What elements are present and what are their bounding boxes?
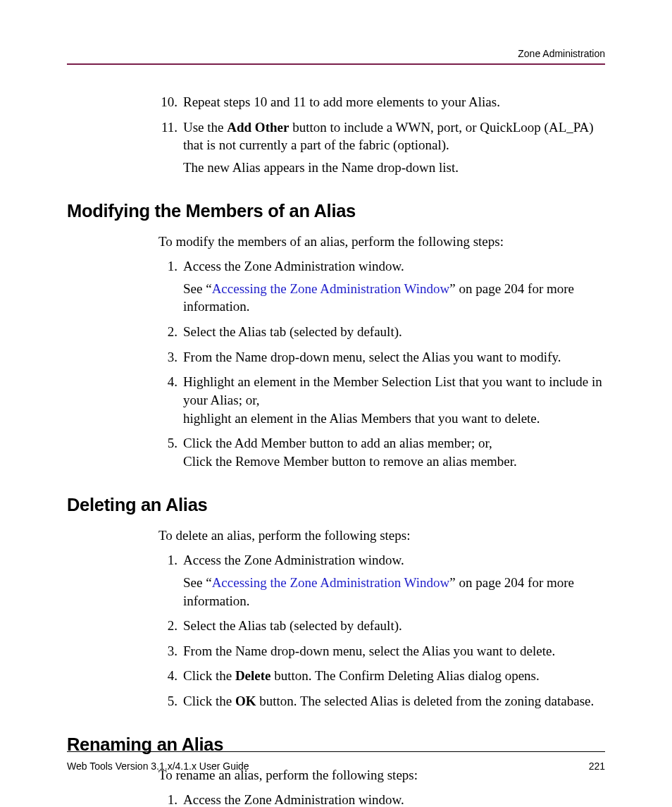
section1-list: 1. Access the Zone Administration window… <box>162 257 605 470</box>
list-item: 10. Repeat steps 10 and 11 to add more e… <box>162 93 605 111</box>
list-number: 1. <box>156 257 178 276</box>
list-text: From the Name drop-down menu, select the… <box>183 643 555 658</box>
footer-right: 221 <box>589 760 605 772</box>
top-ordered-list: 10. Repeat steps 10 and 11 to add more e… <box>162 93 605 177</box>
list-text: Access the Zone Administration window. <box>183 553 404 567</box>
list-text: Repeat steps 10 and 11 to add more eleme… <box>183 94 500 109</box>
list-item: 2. Select the Alias tab (selected by def… <box>162 617 605 635</box>
list-number: 2. <box>156 323 178 341</box>
bold-text: OK <box>235 694 256 708</box>
section-intro: To modify the members of an alias, perfo… <box>158 233 605 251</box>
list-number: 10. <box>149 93 178 111</box>
followup-text: See “Accessing the Zone Administration W… <box>183 574 605 610</box>
list-number: 1. <box>156 551 178 569</box>
list-item: 5. Click the Add Member button to add an… <box>162 434 605 470</box>
list-item: 1. Access the Zone Administration window… <box>162 257 605 316</box>
list-text: Access the Zone Administration window. <box>183 792 404 807</box>
list-number: 4. <box>156 667 178 685</box>
list-item: 5. Click the OK button. The selected Ali… <box>162 692 605 710</box>
list-number: 3. <box>156 642 178 660</box>
cross-ref-link[interactable]: Accessing the Zone Administration Window <box>212 281 450 296</box>
list-text: highlight an element in the Alias Member… <box>183 411 540 426</box>
page: Zone Administration 10. Repeat steps 10 … <box>0 0 672 807</box>
list-number: 2. <box>156 617 178 635</box>
list-item: 4. Highlight an element in the Member Se… <box>162 373 605 427</box>
list-text: Click the Remove Member button to remove… <box>183 454 517 469</box>
list-number: 5. <box>156 692 178 710</box>
content-area: 10. Repeat steps 10 and 11 to add more e… <box>67 93 605 807</box>
section3-list: 1. Access the Zone Administration window… <box>162 791 605 807</box>
followup-text: The new Alias appears in the Name drop-d… <box>183 159 605 177</box>
list-text: Click the OK button. The selected Alias … <box>183 694 594 708</box>
list-number: 11. <box>149 118 178 137</box>
bottom-rule <box>67 751 605 752</box>
cross-ref-link[interactable]: Accessing the Zone Administration Window <box>212 575 450 590</box>
bold-text: Add Other <box>227 120 289 135</box>
list-text: Use the Add Other button to include a WW… <box>183 120 594 153</box>
list-text: Access the Zone Administration window. <box>183 259 404 273</box>
list-item: 2. Select the Alias tab (selected by def… <box>162 323 605 341</box>
list-item: 1. Access the Zone Administration window… <box>162 791 605 807</box>
text-fragment: Use the <box>183 120 227 135</box>
list-item: 3. From the Name drop-down menu, select … <box>162 642 605 660</box>
footer: Web Tools Version 3.1.x/4.1.x User Guide… <box>67 760 605 772</box>
list-item: 1. Access the Zone Administration window… <box>162 551 605 610</box>
followup-text: See “Accessing the Zone Administration W… <box>183 280 605 316</box>
footer-left: Web Tools Version 3.1.x/4.1.x User Guide <box>67 760 249 772</box>
section2-list: 1. Access the Zone Administration window… <box>162 551 605 710</box>
text-fragment: button. The selected Alias is deleted fr… <box>256 694 594 708</box>
list-text: Click the Add Member button to add an al… <box>183 436 492 450</box>
running-head: Zone Administration <box>67 48 605 59</box>
bold-text: Delete <box>235 668 271 683</box>
list-text: Click the Delete button. The Confirm Del… <box>183 668 540 683</box>
list-text: Highlight an element in the Member Selec… <box>183 374 602 407</box>
list-number: 3. <box>156 348 178 366</box>
list-number: 4. <box>156 373 178 391</box>
list-item: 3. From the Name drop-down menu, select … <box>162 348 605 366</box>
text-fragment: button. The Confirm Deleting Alias dialo… <box>271 668 540 683</box>
text-fragment: Click the <box>183 694 235 708</box>
list-text: Select the Alias tab (selected by defaul… <box>183 324 402 339</box>
list-text: Select the Alias tab (selected by defaul… <box>183 618 402 633</box>
section-intro: To delete an alias, perform the followin… <box>158 526 605 545</box>
text-fragment: See “ <box>183 281 212 296</box>
list-item: 11. Use the Add Other button to include … <box>162 118 605 177</box>
text-fragment: Click the <box>183 668 235 683</box>
list-number: 5. <box>156 434 178 452</box>
list-text: From the Name drop-down menu, select the… <box>183 350 561 364</box>
text-fragment: See “ <box>183 575 212 590</box>
list-item: 4. Click the Delete button. The Confirm … <box>162 667 605 685</box>
section-heading-deleting: Deleting an Alias <box>67 495 605 515</box>
top-rule <box>67 63 605 65</box>
list-number: 1. <box>156 791 178 807</box>
section-heading-modifying: Modifying the Members of an Alias <box>67 201 605 221</box>
